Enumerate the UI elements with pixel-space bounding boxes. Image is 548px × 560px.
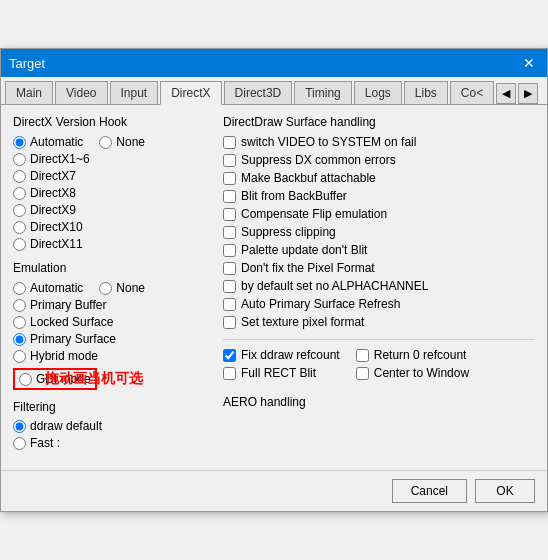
radio-dx16-input[interactable]	[13, 153, 26, 166]
tab-nav-right[interactable]: ▶	[518, 83, 538, 104]
cb-texture-pixel-input[interactable]	[223, 316, 236, 329]
cb-dont-fix-pixel-label: Don't fix the Pixel Format	[241, 261, 375, 275]
filter-ddraw-default-input[interactable]	[13, 420, 26, 433]
radio-automatic-input[interactable]	[13, 136, 26, 149]
tab-co[interactable]: Co<	[450, 81, 494, 104]
tab-logs[interactable]: Logs	[354, 81, 402, 104]
tab-nav-left[interactable]: ◀	[496, 83, 516, 104]
tab-main[interactable]: Main	[5, 81, 53, 104]
cb-center-window-input[interactable]	[356, 367, 369, 380]
bottom-buttons: Cancel OK	[1, 470, 547, 511]
radio-dx7-label: DirectX7	[30, 169, 76, 183]
cb-palette-update: Palette update don't Blit	[223, 243, 535, 257]
cb-auto-primary-input[interactable]	[223, 298, 236, 311]
filter-fast: Fast :	[13, 436, 213, 450]
cb-full-rect-input[interactable]	[223, 367, 236, 380]
tab-input[interactable]: Input	[110, 81, 159, 104]
tab-video[interactable]: Video	[55, 81, 107, 104]
ok-button[interactable]: OK	[475, 479, 535, 503]
cb-switch-video-input[interactable]	[223, 136, 236, 149]
gdi-mode-box: GDI mode 拖动画当机可选	[13, 368, 97, 390]
radio-dx11-label: DirectX11	[30, 237, 83, 251]
bottom-checkboxes: Fix ddraw refcount Full RECT Blit Return…	[223, 348, 535, 390]
cb-compensate-flip-input[interactable]	[223, 208, 236, 221]
filter-ddraw-default: ddraw default	[13, 419, 213, 433]
cb-auto-primary: Auto Primary Surface Refresh	[223, 297, 535, 311]
radio-none-input[interactable]	[99, 136, 112, 149]
dd-surface-label: DirectDraw Surface handling	[223, 115, 535, 129]
close-button[interactable]: ✕	[519, 55, 539, 71]
cb-make-backbuf-input[interactable]	[223, 172, 236, 185]
cancel-button[interactable]: Cancel	[392, 479, 467, 503]
cb-dont-fix-pixel: Don't fix the Pixel Format	[223, 261, 535, 275]
cb-suppress-dx-label: Suppress DX common errors	[241, 153, 396, 167]
emul-locked-surface-input[interactable]	[13, 316, 26, 329]
radio-dx11-input[interactable]	[13, 238, 26, 251]
cb-switch-video-label: switch VIDEO to SYSTEM on fail	[241, 135, 416, 149]
emul-primary-buffer-input[interactable]	[13, 299, 26, 312]
cb-center-window: Center to Window	[356, 366, 469, 380]
tab-directx[interactable]: DirectX	[160, 81, 221, 105]
cb-return-0: Return 0 refcount	[356, 348, 469, 362]
tab-direct3d[interactable]: Direct3D	[224, 81, 293, 104]
radio-automatic: Automatic	[13, 135, 83, 149]
cb-return-0-label: Return 0 refcount	[374, 348, 467, 362]
cb-blit-backbuffer-label: Blit from BackBuffer	[241, 189, 347, 203]
title-bar: Target ✕	[1, 49, 547, 77]
two-column-layout: DirectX Version Hook Automatic None	[13, 115, 535, 460]
filter-fast-label: Fast :	[30, 436, 60, 450]
radio-dx16: DirectX1~6	[13, 152, 213, 166]
cb-fix-ddraw-input[interactable]	[223, 349, 236, 362]
filter-ddraw-default-label: ddraw default	[30, 419, 102, 433]
tab-libs[interactable]: Libs	[404, 81, 448, 104]
cb-no-alpha-label: by default set no ALPHACHANNEL	[241, 279, 428, 293]
cb-dont-fix-pixel-input[interactable]	[223, 262, 236, 275]
cb-palette-update-label: Palette update don't Blit	[241, 243, 367, 257]
cb-blit-backbuffer-input[interactable]	[223, 190, 236, 203]
tab-timing[interactable]: Timing	[294, 81, 352, 104]
right-column: DirectDraw Surface handling switch VIDEO…	[223, 115, 535, 460]
radio-dx9-label: DirectX9	[30, 203, 76, 217]
filtering-group: ddraw default Fast :	[13, 419, 213, 450]
emul-gdi-mode-input[interactable]	[19, 373, 32, 386]
cb-full-rect: Full RECT Blit	[223, 366, 340, 380]
cb-return-0-input[interactable]	[356, 349, 369, 362]
emul-hybrid-mode-label: Hybrid mode	[30, 349, 98, 363]
left-column: DirectX Version Hook Automatic None	[13, 115, 213, 460]
radio-dx7: DirectX7	[13, 169, 213, 183]
divider	[223, 339, 535, 340]
cb-make-backbuf-label: Make Backbuf attachable	[241, 171, 376, 185]
radio-dx7-input[interactable]	[13, 170, 26, 183]
cb-suppress-clipping: Suppress clipping	[223, 225, 535, 239]
filter-fast-input[interactable]	[13, 437, 26, 450]
cb-texture-pixel-label: Set texture pixel format	[241, 315, 364, 329]
radio-automatic-label: Automatic	[30, 135, 83, 149]
emul-hybrid-mode: Hybrid mode	[13, 349, 213, 363]
emul-primary-surface-label: Primary Surface	[30, 332, 116, 346]
radio-dx9-input[interactable]	[13, 204, 26, 217]
cb-switch-video: switch VIDEO to SYSTEM on fail	[223, 135, 535, 149]
emul-automatic-label: Automatic	[30, 281, 83, 295]
emulation-group: Automatic None Primary Buffer Locked S	[13, 281, 213, 390]
emul-primary-buffer-label: Primary Buffer	[30, 298, 106, 312]
radio-none-label: None	[116, 135, 145, 149]
cb-palette-update-input[interactable]	[223, 244, 236, 257]
cb-suppress-dx: Suppress DX common errors	[223, 153, 535, 167]
radio-none: None	[99, 135, 145, 149]
cb-suppress-clipping-input[interactable]	[223, 226, 236, 239]
cb-blit-backbuffer: Blit from BackBuffer	[223, 189, 535, 203]
emul-automatic-input[interactable]	[13, 282, 26, 295]
cb-compensate-flip-label: Compensate Flip emulation	[241, 207, 387, 221]
radio-dx10-input[interactable]	[13, 221, 26, 234]
radio-dx8-input[interactable]	[13, 187, 26, 200]
emul-primary-buffer: Primary Buffer	[13, 298, 213, 312]
radio-dx8: DirectX8	[13, 186, 213, 200]
emul-hybrid-mode-input[interactable]	[13, 350, 26, 363]
cb-suppress-dx-input[interactable]	[223, 154, 236, 167]
radio-dx16-label: DirectX1~6	[30, 152, 90, 166]
emul-primary-surface-input[interactable]	[13, 333, 26, 346]
cb-no-alpha-input[interactable]	[223, 280, 236, 293]
emul-none-input[interactable]	[99, 282, 112, 295]
window-title: Target	[9, 56, 45, 71]
radio-dx11: DirectX11	[13, 237, 213, 251]
